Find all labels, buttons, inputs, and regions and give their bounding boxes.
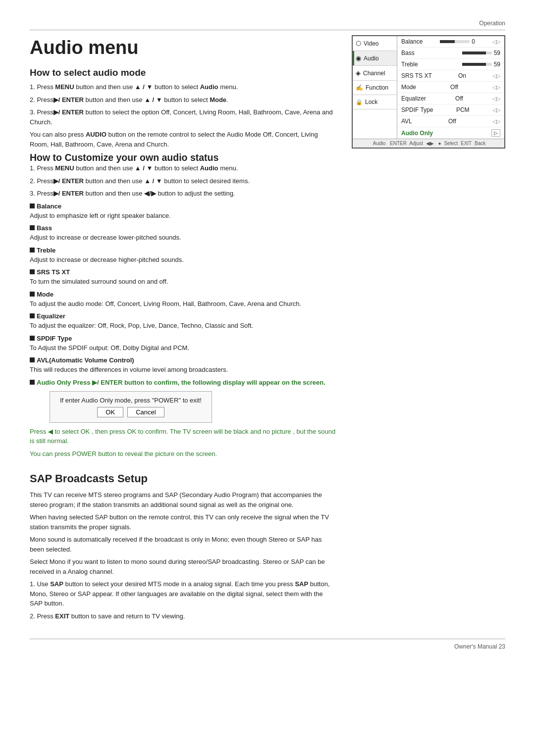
item-spdif: SPDIF Type To Adjust the SPDIF output: O… [30,335,337,353]
item-bass: Bass Adjust to increase or decrease lowe… [30,224,337,243]
menu-panel: ⬡ Video ◉ Audio ◈ Channel ✍ Function [352,35,505,149]
header-section: Operation [479,20,505,27]
item-balance: Balance Adjust to emphasize left or righ… [30,202,337,221]
section2-step1: 1. Press MENU button and then use ▲ / ▼ … [30,163,337,173]
nav-lock-label: Lock [365,99,377,105]
section1-note: You can also press AUDIO button on the r… [30,130,337,149]
sap-para3: Mono sound is automatically received if … [30,535,337,554]
item-equalizer: Equalizer To adjust the equalizer: Off, … [30,312,337,331]
nav-channel-label: Channel [363,70,385,77]
nav-function-label: Function [366,84,388,91]
bullet-square [30,203,35,208]
bullet-square [30,248,35,252]
bullet-square [30,380,35,385]
sidebar-panel: ⬡ Video ◉ Audio ◈ Channel ✍ Function [352,35,505,624]
sap-para2: When having selected SAP button on the r… [30,512,337,532]
sap-para4: Select Mono if you want to listen to mon… [30,557,337,576]
menu-row-treble: Treble 59 [397,59,504,70]
section1-step2: 2. Press▶/ ENTER button and then use ▲ /… [30,95,337,105]
menu-row-bass: Bass 59 [397,48,504,59]
sap-step1: 1. Use SAP button to select your desired… [30,579,337,608]
lock-icon: 🔒 [356,99,363,105]
section2-step2: 2. Press▶/ ENTER button and then use ▲ /… [30,176,337,186]
nav-item-lock[interactable]: 🔒 Lock [353,95,397,109]
menu-footer: Audio ENTER Adjust ◀▶ ● Select EXIT Back [353,139,504,148]
audio-only-box-text: If enter Audio Only mode, press "POWER" … [60,397,202,404]
sap-step2: 2. Press EXIT button to save and return … [30,611,337,621]
audio-icon: ◉ [356,54,361,62]
bullet-square [30,292,35,297]
item-srs: SRS TS XT To turn the simulated surround… [30,268,337,287]
menu-row-srs: SRS TS XT On ◁▷ [397,70,504,82]
section1-step1: 1. Press MENU button and then use ▲ / ▼ … [30,82,337,92]
menu-row-audio-only: Audio Only ▷ [397,127,504,139]
nav-audio-label: Audio [364,55,379,62]
menu-nav: ⬡ Video ◉ Audio ◈ Channel ✍ Function [353,36,397,139]
nav-video-label: Video [364,40,378,47]
nav-item-function[interactable]: ✍ Function [353,81,397,95]
footer-text: Owner's Manual 23 [454,643,505,650]
menu-row-mode: Mode Off ◁▷ [397,82,504,93]
menu-row-spdif: SPDIF Type PCM ◁▷ [397,104,504,116]
page-title: Audio menu [30,37,337,58]
menu-content: Balance 0 ◁▷ Bass 59 [397,36,504,139]
section1-title: How to select audio mode [30,67,337,78]
audio-only-box: If enter Audio Only mode, press "POWER" … [50,391,212,423]
page-footer: Owner's Manual 23 [30,639,505,650]
audio-only-cancel-button[interactable]: Cancel [127,407,164,417]
item-avl: AVL(Automatic Volume Control) This will … [30,356,337,375]
sap-para1: This TV can receive MTS stereo programs … [30,490,337,509]
item-mode: Mode To adjust the audio mode: Off, Conc… [30,291,337,309]
item-audio-only: Audio Only Press ▶/ ENTER button to conf… [30,379,337,386]
section2-title: How to Customize your own audio status [30,152,337,163]
nav-item-audio[interactable]: ◉ Audio [353,51,397,66]
bullet-square [30,357,35,362]
bullet-square [30,225,35,230]
audio-only-note2: You can press POWER button to reveal the… [30,449,337,459]
audio-only-note1: Press ◀ to select OK , then press OK to … [30,427,337,446]
item-treble: Treble Adjust to increase or decrease hi… [30,247,337,265]
menu-row-avl: AVL Off ◁▷ [397,116,504,127]
audio-only-ok-button[interactable]: OK [97,407,123,417]
menu-row-equalizer: Equalizer Off ◁▷ [397,93,504,104]
main-content: Audio menu How to select audio mode 1. P… [30,35,337,624]
bullet-square [30,336,35,341]
menu-row-balance: Balance 0 ◁▷ [397,36,504,48]
section2-step3: 3. Press▶/ ENTER button and then use ◀/▶… [30,189,337,199]
section1-step3: 3. Press▶/ ENTER button to select the op… [30,107,337,127]
channel-icon: ◈ [356,69,361,77]
function-icon: ✍ [356,84,363,91]
video-icon: ⬡ [356,40,361,47]
nav-item-channel[interactable]: ◈ Channel [353,66,397,81]
section3-title: SAP Broadcasts Setup [30,472,337,485]
nav-item-video[interactable]: ⬡ Video [353,36,397,51]
bullet-square [30,269,35,274]
page-header: Operation [30,20,505,30]
bullet-square [30,313,35,318]
active-indicator [353,51,354,65]
